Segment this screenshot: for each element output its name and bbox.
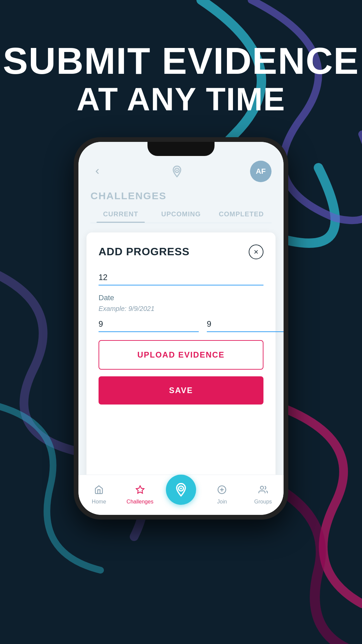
groups-icon bbox=[258, 485, 268, 497]
location-icon bbox=[169, 163, 185, 180]
nav-item-fab[interactable] bbox=[161, 475, 201, 515]
hero-line1: SUBMIT EVIDENCE bbox=[3, 40, 359, 82]
fab-button[interactable] bbox=[166, 475, 196, 505]
challenges-header: CHALLENGES bbox=[78, 187, 284, 202]
tabs-bar: CURRENT UPCOMING COMPLETED bbox=[78, 202, 284, 223]
svg-point-4 bbox=[180, 488, 182, 490]
date-day-input[interactable] bbox=[207, 317, 284, 332]
add-progress-modal: ADD PROGRESS × Date Example: 9/9/2021 bbox=[86, 232, 276, 505]
phone-mockup: AF CHALLENGES CURRENT UPCOMING COMPLETED bbox=[74, 137, 288, 520]
home-icon bbox=[94, 485, 104, 497]
nav-label-join: Join bbox=[217, 499, 227, 505]
back-button[interactable] bbox=[90, 165, 104, 178]
hero-section: SUBMIT EVIDENCE AT ANY TIME bbox=[3, 40, 359, 117]
nav-label-groups: Groups bbox=[254, 499, 272, 505]
date-inputs-row bbox=[99, 317, 263, 332]
nav-item-groups[interactable]: Groups bbox=[243, 485, 284, 505]
tab-divider bbox=[90, 223, 272, 223]
date-field-group: Date Example: 9/9/2021 bbox=[99, 293, 263, 332]
modal-title: ADD PROGRESS bbox=[99, 246, 190, 258]
tab-current[interactable]: CURRENT bbox=[90, 207, 151, 223]
svg-point-2 bbox=[176, 169, 178, 171]
page-wrapper: SUBMIT EVIDENCE AT ANY TIME bbox=[0, 0, 362, 644]
nav-item-join[interactable]: Join bbox=[201, 485, 242, 505]
save-button[interactable]: SAVE bbox=[99, 376, 263, 405]
nav-label-challenges: Challenges bbox=[127, 499, 154, 505]
tab-completed[interactable]: COMPLETED bbox=[211, 207, 272, 223]
challenges-title: CHALLENGES bbox=[90, 190, 272, 202]
date-label: Date bbox=[99, 293, 263, 302]
upload-evidence-button[interactable]: UPLOAD EVIDENCE bbox=[99, 340, 263, 370]
date-month-input[interactable] bbox=[99, 317, 199, 332]
phone-notch bbox=[147, 142, 215, 156]
progress-value-input[interactable] bbox=[99, 270, 263, 285]
challenges-icon bbox=[135, 485, 145, 497]
avatar-initials: AF bbox=[256, 167, 265, 176]
nav-item-challenges[interactable]: Challenges bbox=[119, 485, 160, 505]
phone-screen: AF CHALLENGES CURRENT UPCOMING COMPLETED bbox=[78, 142, 284, 515]
hero-line2: AT ANY TIME bbox=[3, 82, 359, 117]
avatar-button[interactable]: AF bbox=[250, 161, 272, 182]
modal-close-button[interactable]: × bbox=[249, 245, 263, 259]
join-icon bbox=[217, 485, 227, 497]
svg-point-6 bbox=[260, 486, 263, 489]
bottom-nav: Home Challenges bbox=[78, 475, 284, 515]
nav-label-home: Home bbox=[92, 499, 106, 505]
tab-upcoming[interactable]: UPCOMING bbox=[151, 207, 211, 223]
date-example: Example: 9/9/2021 bbox=[99, 305, 263, 313]
value-field-group bbox=[99, 270, 263, 285]
nav-item-home[interactable]: Home bbox=[78, 485, 119, 505]
modal-header: ADD PROGRESS × bbox=[99, 245, 263, 259]
